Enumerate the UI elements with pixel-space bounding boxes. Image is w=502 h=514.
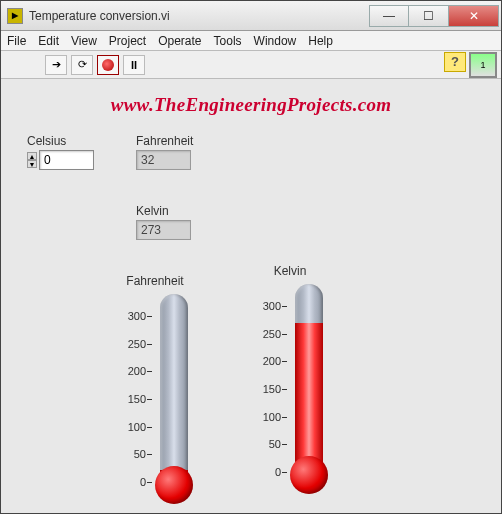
thermometer-bulb-icon xyxy=(155,466,193,504)
kelvin-scale: 300 250 200 150 100 50 0 xyxy=(251,300,281,478)
menu-edit[interactable]: Edit xyxy=(38,34,59,48)
run-continuous-button[interactable]: ⟳ xyxy=(71,55,93,75)
tick: 50 xyxy=(251,438,281,450)
minimize-button[interactable]: — xyxy=(369,5,409,27)
celsius-label: Celsius xyxy=(27,134,94,148)
maximize-button[interactable]: ☐ xyxy=(409,5,449,27)
celsius-spinner[interactable]: ▲ ▼ xyxy=(27,152,37,168)
run-button[interactable]: ➔ xyxy=(45,55,67,75)
thermometer-bulb-icon xyxy=(290,456,328,494)
menu-file[interactable]: File xyxy=(7,34,26,48)
tick: 0 xyxy=(116,476,146,488)
app-window: ▶ Temperature conversion.vi — ☐ ✕ File E… xyxy=(0,0,502,514)
front-panel: www.TheEngineeringProjects.com Celsius ▲… xyxy=(1,79,501,513)
celsius-control[interactable]: ▲ ▼ 0 xyxy=(27,150,94,170)
fahrenheit-tube[interactable] xyxy=(154,294,194,504)
app-icon: ▶ xyxy=(7,8,23,24)
fahrenheit-group: Fahrenheit 32 xyxy=(136,134,193,170)
tick: 250 xyxy=(251,328,281,340)
tick: 200 xyxy=(116,365,146,377)
tick: 300 xyxy=(116,310,146,322)
tick: 100 xyxy=(116,421,146,433)
tick: 0 xyxy=(251,466,281,478)
fahrenheit-thermometer: Fahrenheit 300 250 200 150 100 50 0 xyxy=(116,274,194,504)
tick: 100 xyxy=(251,411,281,423)
abort-button[interactable] xyxy=(97,55,119,75)
kelvin-label: Kelvin xyxy=(136,204,191,218)
menu-tools[interactable]: Tools xyxy=(214,34,242,48)
toolbar: ➔ ⟳ II ? 1 xyxy=(1,51,501,79)
kelvin-thermo-label: Kelvin xyxy=(251,264,329,278)
vi-icon-slot[interactable]: 1 xyxy=(469,52,497,78)
thermometer-tube-icon xyxy=(160,294,188,480)
kelvin-indicator: 273 xyxy=(136,220,191,240)
fahrenheit-scale: 300 250 200 150 100 50 0 xyxy=(116,310,146,488)
tick: 250 xyxy=(116,338,146,350)
help-button[interactable]: ? xyxy=(444,52,466,72)
kelvin-thermometer: Kelvin 300 250 200 150 100 50 0 xyxy=(251,264,329,494)
spin-down-icon[interactable]: ▼ xyxy=(27,160,37,168)
menu-operate[interactable]: Operate xyxy=(158,34,201,48)
celsius-group: Celsius ▲ ▼ 0 xyxy=(27,134,94,170)
titlebar[interactable]: ▶ Temperature conversion.vi — ☐ ✕ xyxy=(1,1,501,31)
kelvin-tube[interactable] xyxy=(289,284,329,494)
kelvin-group: Kelvin 273 xyxy=(136,204,191,240)
fahrenheit-indicator: 32 xyxy=(136,150,191,170)
menu-view[interactable]: View xyxy=(71,34,97,48)
tick: 50 xyxy=(116,448,146,460)
pause-button[interactable]: II xyxy=(123,55,145,75)
tick: 150 xyxy=(116,393,146,405)
tick: 200 xyxy=(251,355,281,367)
abort-icon xyxy=(102,59,114,71)
watermark-text: www.TheEngineeringProjects.com xyxy=(1,94,501,116)
spin-up-icon[interactable]: ▲ xyxy=(27,152,37,160)
window-title: Temperature conversion.vi xyxy=(29,9,369,23)
tick: 150 xyxy=(251,383,281,395)
menu-window[interactable]: Window xyxy=(254,34,297,48)
fahrenheit-label: Fahrenheit xyxy=(136,134,193,148)
kelvin-fill xyxy=(295,323,323,478)
tick: 300 xyxy=(251,300,281,312)
menu-help[interactable]: Help xyxy=(308,34,333,48)
fahrenheit-thermo-label: Fahrenheit xyxy=(116,274,194,288)
window-controls: — ☐ ✕ xyxy=(369,5,499,27)
celsius-input[interactable]: 0 xyxy=(39,150,94,170)
menubar: File Edit View Project Operate Tools Win… xyxy=(1,31,501,51)
menu-project[interactable]: Project xyxy=(109,34,146,48)
close-button[interactable]: ✕ xyxy=(449,5,499,27)
